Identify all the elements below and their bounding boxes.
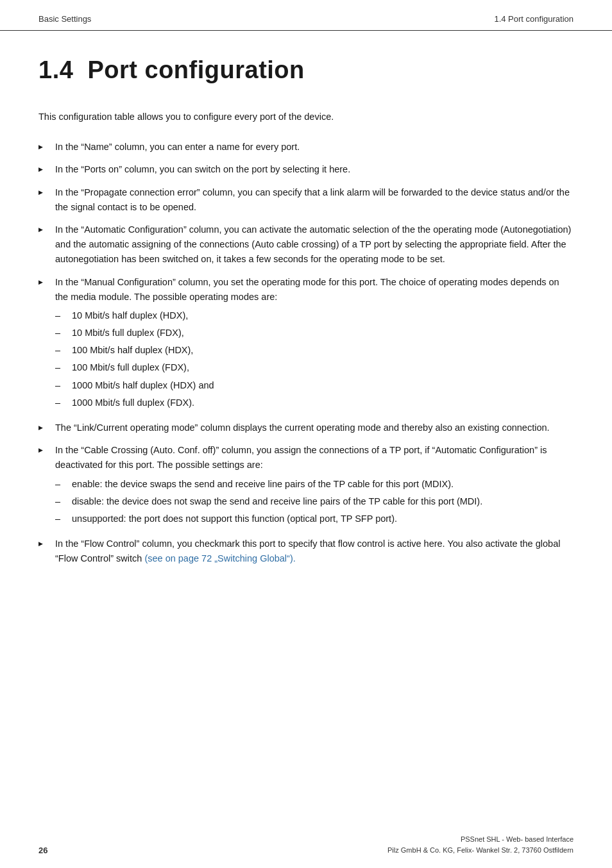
company-info: Pilz GmbH & Co. KG, Felix- Wankel Str. 2…	[387, 845, 574, 856]
intro-paragraph: This configuration table allows you to c…	[38, 110, 574, 124]
page: Basic Settings 1.4 Port configuration 1.…	[0, 0, 612, 868]
bullet-arrow-icon	[38, 538, 50, 549]
sub-item-text: 10 Mbit/s full duplex (FDX),	[72, 326, 184, 340]
bullet-arrow-icon	[38, 164, 50, 174]
bullet-text: In the “Propagate connection error” colu…	[55, 185, 574, 215]
list-item: – enable: the device swaps the send and …	[55, 477, 574, 492]
bullet-text: The “Link/Current operating mode” column…	[55, 421, 574, 435]
bullet-text: In the “Automatic Configuration” column,…	[55, 222, 574, 267]
list-item: – 100 Mbit/s full duplex (FDX),	[55, 360, 574, 375]
switching-global-link[interactable]: (see on page 72 „Switching Global“).	[144, 553, 295, 563]
footer-info: PSSnet SHL - Web- based Interface Pilz G…	[387, 834, 574, 855]
page-footer: 26 PSSnet SHL - Web- based Interface Pil…	[0, 834, 612, 855]
sub-item-text: unsupported: the port does not support t…	[72, 512, 397, 526]
list-item: In the “Manual Configuration” column, yo…	[38, 275, 574, 413]
list-item: – 1000 Mbit/s full duplex (FDX).	[55, 396, 574, 410]
list-item: – 100 Mbit/s half duplex (HDX),	[55, 343, 574, 358]
sub-item-text: 1000 Mbit/s full duplex (FDX).	[72, 396, 194, 410]
bullet-arrow-icon	[38, 422, 50, 433]
header-right-label: 1.4 Port configuration	[494, 14, 574, 24]
sub-list: – 10 Mbit/s half duplex (HDX), – 10 Mbit…	[55, 308, 574, 410]
list-item: The “Link/Current operating mode” column…	[38, 421, 574, 435]
sub-dash: –	[55, 378, 69, 393]
sub-dash: –	[55, 494, 69, 509]
bullet-list: In the “Name” column, you can enter a na…	[38, 140, 574, 566]
sub-item-text: disable: the device does not swap the se…	[72, 494, 482, 509]
list-item: In the “Flow Control” column, you checkm…	[38, 537, 574, 566]
bullet-text: In the “Flow Control” column, you checkm…	[55, 537, 574, 566]
sub-item-text: 100 Mbit/s half duplex (HDX),	[72, 343, 193, 358]
list-item: In the “Ports on” column, you can switch…	[38, 162, 574, 177]
sub-dash: –	[55, 343, 69, 358]
list-item: – disable: the device does not swap the …	[55, 494, 574, 509]
bullet-text: In the “Cable Crossing (Auto. Conf. off)…	[55, 443, 574, 529]
sub-dash: –	[55, 360, 69, 375]
sub-item-text: 1000 Mbit/s half duplex (HDX) and	[72, 378, 214, 393]
list-item: In the “Cable Crossing (Auto. Conf. off)…	[38, 443, 574, 529]
sub-item-text: 100 Mbit/s full duplex (FDX),	[72, 360, 189, 375]
bullet-text: In the “Name” column, you can enter a na…	[55, 140, 574, 154]
bullet-text: In the “Ports on” column, you can switch…	[55, 162, 574, 177]
list-item: – unsupported: the port does not support…	[55, 512, 574, 526]
list-item: In the “Propagate connection error” colu…	[38, 185, 574, 215]
sub-list: – enable: the device swaps the send and …	[55, 477, 574, 527]
bullet-arrow-icon	[38, 224, 50, 235]
sub-item-text: 10 Mbit/s half duplex (HDX),	[72, 308, 188, 323]
bullet-arrow-icon	[38, 187, 50, 197]
bullet-arrow-icon	[38, 277, 50, 287]
sub-item-text: enable: the device swaps the send and re…	[72, 477, 454, 492]
sub-dash: –	[55, 512, 69, 526]
list-item: – 1000 Mbit/s half duplex (HDX) and	[55, 378, 574, 393]
header-left-label: Basic Settings	[38, 14, 91, 24]
page-number: 26	[38, 846, 47, 855]
bullet-text: In the “Manual Configuration” column, yo…	[55, 275, 574, 413]
sub-dash: –	[55, 326, 69, 340]
list-item: In the “Name” column, you can enter a na…	[38, 140, 574, 154]
main-content: 1.4 Port configuration This configuratio…	[0, 31, 612, 613]
bullet-arrow-icon	[38, 142, 50, 152]
list-item: In the “Automatic Configuration” column,…	[38, 222, 574, 267]
section-title: 1.4 Port configuration	[38, 56, 574, 84]
product-name: PSSnet SHL - Web- based Interface	[387, 834, 574, 845]
sub-dash: –	[55, 396, 69, 410]
sub-dash: –	[55, 308, 69, 323]
bullet-arrow-icon	[38, 445, 50, 455]
list-item: – 10 Mbit/s full duplex (FDX),	[55, 326, 574, 340]
sub-dash: –	[55, 477, 69, 492]
page-header: Basic Settings 1.4 Port configuration	[0, 0, 612, 31]
list-item: – 10 Mbit/s half duplex (HDX),	[55, 308, 574, 323]
